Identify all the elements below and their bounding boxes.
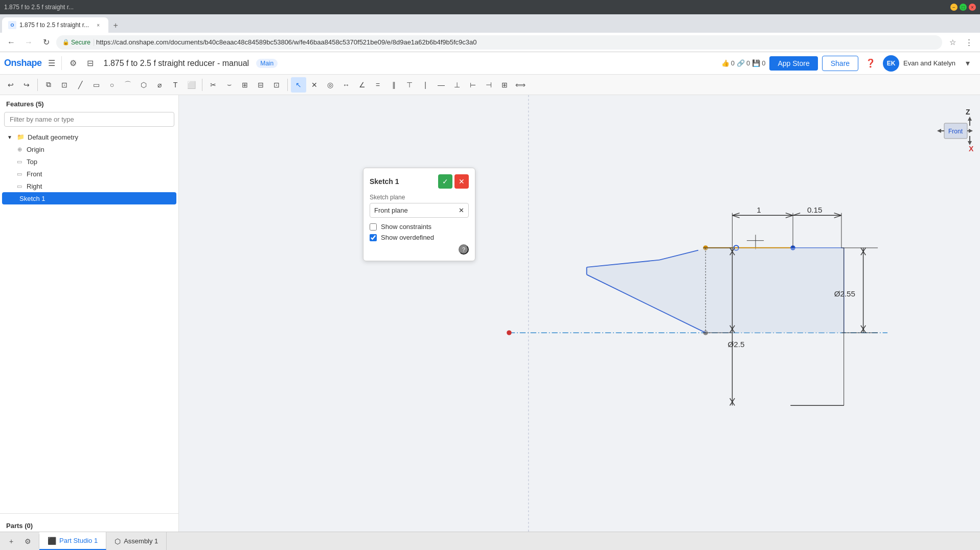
perpendicular-tool[interactable]: ⊥ <box>449 77 465 93</box>
hamburger-menu[interactable]: ☰ <box>46 56 57 70</box>
rectangle-tool[interactable]: ▭ <box>88 77 104 93</box>
thumbs-count[interactable]: 👍 0 <box>721 59 735 67</box>
sketch-cancel-button[interactable]: ✕ <box>454 174 469 189</box>
fillet-tool[interactable]: ⌣ <box>221 77 237 93</box>
features-title: Features (5) <box>6 100 44 108</box>
svg-text:Ø2.5: Ø2.5 <box>728 340 745 349</box>
line-tool[interactable]: ╱ <box>73 77 88 93</box>
browser-tab[interactable]: O 1.875 f to 2.5 f straight r... × <box>2 17 108 33</box>
onshape-logo[interactable]: Onshape <box>4 58 42 68</box>
parallel-tool[interactable]: ∥ <box>386 77 401 93</box>
app-store-button[interactable]: App Store <box>769 56 817 71</box>
back-button[interactable]: ← <box>4 35 18 50</box>
tree-label-default: Default geometry <box>28 133 172 141</box>
bottom-left-buttons: + ⚙ <box>0 534 39 548</box>
show-overdefined-checkbox[interactable] <box>370 234 377 241</box>
tree-item-right[interactable]: ▭ Right <box>0 180 178 192</box>
offset-tool[interactable]: ⬜ <box>184 77 199 93</box>
select-tool[interactable]: ↖ <box>291 77 306 93</box>
svg-marker-66 <box>937 129 941 133</box>
text-tool[interactable]: T <box>168 77 183 93</box>
angle-tool[interactable]: ∠ <box>354 77 370 93</box>
svg-text:0.15: 0.15 <box>807 205 823 214</box>
svg-marker-59 <box>968 117 972 121</box>
tree-item-sketch1[interactable]: ✏ Sketch 1 <box>2 192 176 204</box>
sketch-plane-value-text: Front plane <box>374 207 408 214</box>
dimension-tool[interactable]: ↔ <box>338 77 354 93</box>
add-tab-button[interactable]: + <box>4 534 18 548</box>
copy-button[interactable]: ⧉ <box>41 77 56 93</box>
canvas-area[interactable]: Sketch 1 ✓ ✕ Sketch plane Front plane ✕ … <box>179 95 980 532</box>
maximize-button[interactable]: □ <box>960 4 967 11</box>
sketch-tools-group: ⧉ ⊡ ╱ ▭ ○ ⌒ ⬡ ⌀ T ⬜ <box>41 77 199 93</box>
second-toolbar: ↩ ↪ ⧉ ⊡ ╱ ▭ ○ ⌒ ⬡ ⌀ T ⬜ ✂ ⌣ ⊞ ⊟ ⊡ ↖ ✕ ◎ <box>0 75 980 95</box>
filter-button[interactable]: ⚙ <box>65 55 81 72</box>
tree-item-front[interactable]: ▭ Front <box>0 168 178 180</box>
sketch-help-button[interactable]: ? <box>459 244 469 255</box>
polygon-tool[interactable]: ⬡ <box>136 77 151 93</box>
equal-tool[interactable]: = <box>370 77 385 93</box>
tree-label-top: Top <box>27 158 172 166</box>
sketch-ok-button[interactable]: ✓ <box>438 174 452 189</box>
reload-button[interactable]: ↻ <box>39 35 53 50</box>
midpoint-tool[interactable]: ⊢ <box>465 77 481 93</box>
expand-icon: ▼ <box>6 133 13 141</box>
undo-button[interactable]: ↩ <box>3 77 18 93</box>
bookmark-button[interactable]: ☆ <box>945 35 960 50</box>
save-icon: 💾 <box>752 59 760 67</box>
sketch-plane-selector[interactable]: Front plane ✕ <box>370 203 469 218</box>
settings-tab-button[interactable]: ⚙ <box>20 534 35 548</box>
convert-tool[interactable]: ⊡ <box>269 77 284 93</box>
url-bar-container[interactable]: 🔒 Secure <box>56 35 942 50</box>
pattern-tool[interactable]: ⊞ <box>237 77 253 93</box>
sketch-plane-close-icon[interactable]: ✕ <box>459 207 464 214</box>
mirror-button[interactable]: ⊡ <box>57 77 72 93</box>
fix-tool[interactable]: ⊞ <box>497 77 512 93</box>
minimize-button[interactable]: − <box>950 4 958 11</box>
tab-title: 1.875 f to 2.5 f straight r... <box>19 21 89 29</box>
tree-label-origin: Origin <box>27 146 172 153</box>
tree-item-origin[interactable]: ⊕ Origin <box>0 143 178 155</box>
tab-assembly[interactable]: ⬡ Assembly 1 <box>106 532 167 550</box>
tree-item-default-geometry[interactable]: ▼ 📁 Default geometry <box>0 131 178 143</box>
extensions-button[interactable]: ⋮ <box>962 35 976 50</box>
circle-tool[interactable]: ○ <box>104 77 120 93</box>
app-layout: Onshape ☰ ⚙ ⊟ 1.875 f to 2.5 f straight … <box>0 52 980 550</box>
distance-tool[interactable]: ⟺ <box>513 77 528 93</box>
browser-title-text: 1.875 f to 2.5 f straight r... <box>4 4 74 11</box>
tab-favicon: O <box>8 21 16 29</box>
avatar[interactable]: EK <box>883 55 899 72</box>
share-button[interactable]: Share <box>822 56 858 71</box>
save-count[interactable]: 💾 0 <box>752 59 765 67</box>
dimension-tools-group: ↖ ✕ ◎ ↔ ∠ = ∥ ⊤ | — ⊥ ⊢ ⊣ ⊞ ⟺ <box>291 77 528 93</box>
tab-part-studio[interactable]: ⬛ Part Studio 1 <box>39 532 106 550</box>
url-input[interactable] <box>96 38 936 46</box>
tab-close-icon[interactable]: × <box>94 21 102 29</box>
trim-tool[interactable]: ✂ <box>206 77 221 93</box>
construction-tool[interactable]: ✕ <box>307 77 322 93</box>
symmetric-tool[interactable]: ⊣ <box>481 77 496 93</box>
close-button[interactable]: × <box>969 4 976 11</box>
filter-input[interactable] <box>4 112 174 127</box>
tangent-tool[interactable]: ⊤ <box>402 77 417 93</box>
mirror2-tool[interactable]: ⊟ <box>253 77 268 93</box>
arc-tool[interactable]: ⌒ <box>120 77 135 93</box>
show-constraints-checkbox[interactable] <box>370 223 377 231</box>
help-button[interactable]: ❓ <box>862 55 879 72</box>
options-button[interactable]: ⊟ <box>82 55 99 72</box>
new-tab-button[interactable]: + <box>108 18 123 33</box>
horizontal-tool[interactable]: — <box>434 77 449 93</box>
redo-button[interactable]: ↪ <box>19 77 34 93</box>
folder-icon: 📁 <box>16 133 25 141</box>
forward-button[interactable]: → <box>21 35 36 50</box>
vertical-tool[interactable]: | <box>418 77 433 93</box>
part-studio-icon: ⬛ <box>48 537 56 545</box>
tree-item-top[interactable]: ▭ Top <box>0 155 178 168</box>
tree-label-sketch1: Sketch 1 <box>19 195 170 202</box>
spline-tool[interactable]: ⌀ <box>152 77 167 93</box>
coincident-tool[interactable]: ◎ <box>323 77 338 93</box>
link-count[interactable]: 🔗 0 <box>737 59 750 67</box>
svg-marker-68 <box>969 129 973 133</box>
user-menu-button[interactable]: ▾ <box>960 55 976 72</box>
tab-bar: O 1.875 f to 2.5 f straight r... × + <box>0 14 980 33</box>
